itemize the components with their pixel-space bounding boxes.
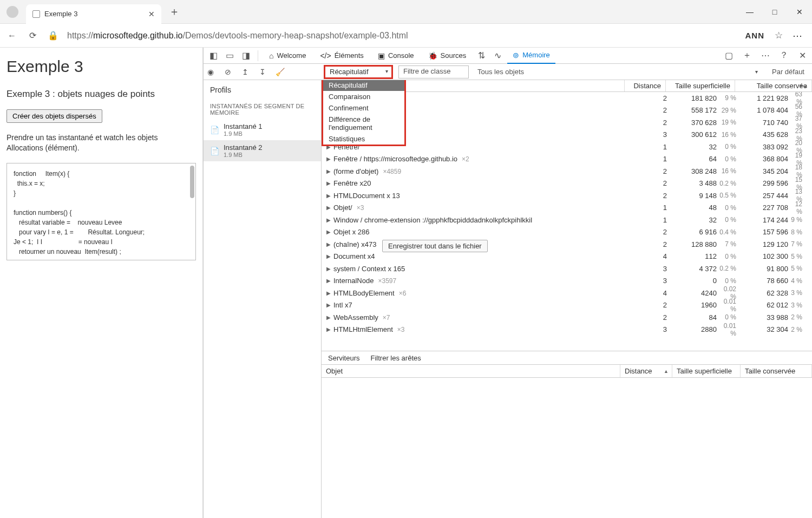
col-object[interactable]: Objet <box>322 365 620 377</box>
more-menu-icon[interactable]: ⋯ <box>793 30 803 42</box>
dock-icon[interactable]: ◨ <box>239 49 252 62</box>
col-ret-distance[interactable]: Distance▲ <box>620 365 672 377</box>
record-icon[interactable]: ◉ <box>204 68 218 76</box>
expand-icon[interactable]: ▶ <box>325 290 332 296</box>
table-row[interactable]: ▶HTMLHtmlElement×3328800.01 %32 3042 % <box>322 324 812 336</box>
view-select[interactable]: Récapitulatif <box>324 65 393 79</box>
table-row[interactable]: ▶Intl x7219600.01 %62 0123 % <box>322 299 812 312</box>
class-filter-input[interactable]: Filtre de classe <box>398 65 469 78</box>
tab-welcome[interactable]: ⌂Welcome <box>264 48 311 64</box>
expand-icon[interactable]: ▶ <box>325 314 332 320</box>
performance-icon[interactable]: ∿ <box>491 49 504 62</box>
view-dropdown[interactable]: RécapitulatifComparaisonConfinementDiffé… <box>322 80 406 146</box>
tab-sources[interactable]: 🐞Sources <box>423 48 472 64</box>
col-shallow-size[interactable]: Taille superficielle <box>666 80 735 91</box>
expand-icon[interactable]: ▶ <box>325 229 332 235</box>
bug-icon: 🐞 <box>428 51 437 60</box>
table-row[interactable]: ▶Objet x 28626 9160.4 %157 5968 % <box>322 226 812 239</box>
col-distance[interactable]: Distance <box>625 80 666 91</box>
expand-icon[interactable]: ▶ <box>325 180 332 186</box>
browser-tab[interactable]: Exemple 3 ✕ <box>26 4 161 24</box>
help-icon[interactable]: ？ <box>777 49 790 62</box>
retainers-bar: Serviteurs Filtrer les arêtes <box>322 351 812 365</box>
profile-avatar-icon[interactable] <box>6 6 18 18</box>
minimize-button[interactable]: — <box>737 0 762 24</box>
favorite-icon[interactable]: ☆ <box>772 29 785 42</box>
address-bar: ← ⟳ 🔒 https://microsoftedge.github.io/De… <box>0 24 812 48</box>
close-window-button[interactable]: ✕ <box>787 0 812 24</box>
retainers-tab[interactable]: Serviteurs <box>328 354 360 362</box>
add-panel-icon[interactable]: ＋ <box>741 49 754 62</box>
table-row[interactable]: ▶Window / chrome-extension ://gpphkfbcpi… <box>322 214 812 226</box>
drawer-icon[interactable]: ▢ <box>722 49 735 62</box>
table-row[interactable]: ▶(forme d'objet)×48592308 24816 %345 204… <box>322 165 812 178</box>
new-tab-button[interactable]: ＋ <box>166 4 183 19</box>
url-field[interactable]: https://microsoftedge.github.io/Demos/de… <box>67 31 738 41</box>
snapshot-item[interactable]: 📄Instantané 11.9 MB <box>204 119 321 140</box>
close-tab-icon[interactable]: ✕ <box>148 10 155 18</box>
profile-name[interactable]: ANN <box>745 31 765 40</box>
devtools-panel: ◧ ▭ ◨ ⌂Welcome </>Éléments ▣Console 🐞Sou… <box>203 48 812 518</box>
expand-icon[interactable]: ▶ <box>325 156 332 162</box>
save-tooltip: Enregistrer tout dans le fichier <box>382 240 488 252</box>
devtools-more-icon[interactable]: ⋯ <box>759 49 772 62</box>
filter-edges-label[interactable]: Filtrer les arêtes <box>371 354 421 362</box>
close-devtools-icon[interactable]: ✕ <box>796 49 809 62</box>
col-ret-shallow[interactable]: Taille superficielle <box>672 365 741 377</box>
network-icon[interactable]: ⇅ <box>475 49 488 62</box>
objects-filter-select[interactable]: Tous les objets <box>472 68 769 76</box>
tab-console[interactable]: ▣Console <box>372 48 420 64</box>
snapshot-item[interactable]: 📄Instantané 21.9 MB <box>204 140 321 161</box>
table-row[interactable]: ▶Fenêtre / https://microsoftedge.github.… <box>322 153 812 166</box>
sort-icon: ▲ <box>664 369 669 374</box>
lock-icon[interactable]: 🔒 <box>47 29 60 42</box>
dropdown-option[interactable]: Confinement <box>323 102 404 114</box>
sort-icon: ▼▲ <box>798 83 808 89</box>
col-ret-retained[interactable]: Taille conservée <box>741 365 812 377</box>
expand-icon[interactable]: ▶ <box>325 217 332 223</box>
memory-icon: ⊚ <box>513 51 519 60</box>
page-subtitle: Exemple 3 : objets nuages de points <box>6 89 196 100</box>
table-row[interactable]: ▶Fenêtre x2023 4880.2 %299 59615 % <box>322 178 812 190</box>
window-titlebar: Exemple 3 ✕ ＋ — □ ✕ <box>0 0 812 24</box>
code-block[interactable]: fonction Item(x) { this.x = x; } functio… <box>6 163 196 260</box>
tab-title: Exemple 3 <box>44 10 144 18</box>
table-row[interactable]: ▶Objet/×31480 %227 70812 % <box>322 202 812 214</box>
expand-icon[interactable]: ▶ <box>325 168 332 174</box>
gc-icon[interactable]: 🧹 <box>273 68 287 76</box>
expand-icon[interactable]: ▶ <box>325 241 332 247</box>
expand-icon[interactable]: ▶ <box>325 326 332 332</box>
create-objects-button[interactable]: Créer des objets dispersés <box>6 109 102 123</box>
col-retained-size[interactable]: Taille conservée▼▲ <box>735 80 812 91</box>
expand-icon[interactable]: ▶ <box>325 253 332 259</box>
page-title: Exemple 3 <box>6 57 196 76</box>
dropdown-option[interactable]: Comparaison <box>323 91 404 102</box>
console-icon: ▣ <box>378 51 385 60</box>
download-icon[interactable]: ↧ <box>256 68 270 76</box>
expand-icon[interactable]: ▶ <box>325 205 332 211</box>
tab-memory[interactable]: ⊚Mémoire <box>507 48 555 64</box>
device-icon[interactable]: ▭ <box>223 49 236 62</box>
code-icon: </> <box>320 51 331 60</box>
expand-icon[interactable]: ▶ <box>325 266 332 272</box>
expand-icon[interactable]: ▶ <box>325 278 332 284</box>
retainers-grid-header: Objet Distance▲ Taille superficielle Tai… <box>322 365 812 378</box>
expand-icon[interactable]: ▶ <box>325 302 332 308</box>
refresh-button[interactable]: ⟳ <box>26 29 39 42</box>
inspect-icon[interactable]: ◧ <box>207 49 220 62</box>
table-row[interactable]: ▶system / Context x 16534 3720.2 %91 800… <box>322 263 812 275</box>
expand-icon[interactable]: ▶ <box>325 193 332 199</box>
page-icon <box>32 10 40 18</box>
tab-elements[interactable]: </>Éléments <box>315 48 369 64</box>
snapshot-icon: 📄 <box>210 126 219 134</box>
back-button[interactable]: ← <box>5 29 18 42</box>
table-row[interactable]: ▶HTMLDocument x 1329 1480.5 %257 44413 % <box>322 189 812 202</box>
maximize-button[interactable]: □ <box>762 0 787 24</box>
dropdown-option[interactable]: Récapitulatif <box>323 80 404 91</box>
clear-icon[interactable]: ⊘ <box>221 68 235 76</box>
dropdown-option[interactable]: Statistiques <box>323 133 404 145</box>
upload-icon[interactable]: ↥ <box>238 68 252 76</box>
default-label[interactable]: Par défaut <box>772 68 812 76</box>
dropdown-option[interactable]: Différence de l'endiguement <box>323 114 404 133</box>
scrollbar[interactable] <box>190 166 194 198</box>
